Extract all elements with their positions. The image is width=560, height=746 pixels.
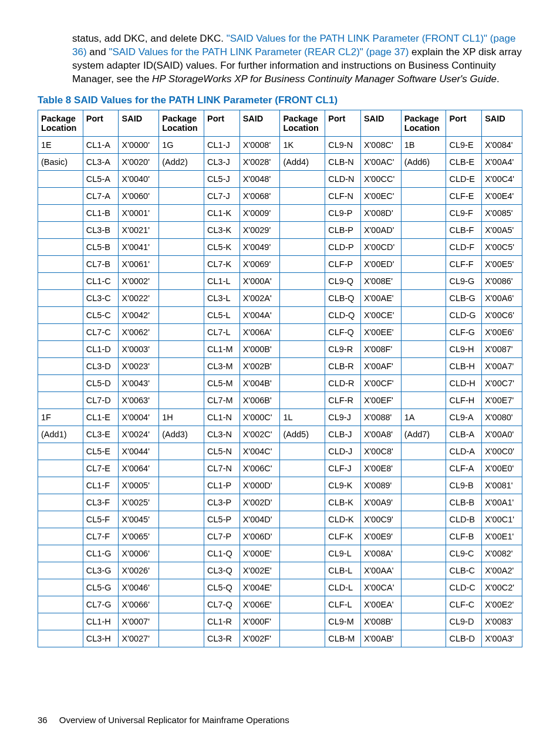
table-row: CL7-EX'0064'CL7-NX'006C'CLF-JX'00E8'CLF-…	[38, 460, 522, 477]
table-cell	[280, 545, 325, 562]
table-row: CL5-BX'0041'CL5-KX'0049'CLD-PX'00CD'CLD-…	[38, 238, 522, 255]
table-cell: CLF-C	[446, 596, 482, 613]
table-cell: CLD-L	[325, 579, 361, 596]
th-11: SAID	[482, 110, 522, 136]
table-cell	[280, 221, 325, 238]
table-cell: X'006A'	[239, 323, 280, 340]
table-cell	[38, 187, 83, 204]
table-cell: CL1-Q	[204, 545, 240, 562]
table-cell	[401, 545, 446, 562]
table-cell	[38, 221, 83, 238]
table-cell: CL3-K	[204, 221, 240, 238]
table-cell	[280, 460, 325, 477]
table-cell: CL7-C	[83, 323, 119, 340]
table-cell	[38, 579, 83, 596]
table-cell: CL5-M	[204, 374, 240, 391]
table-cell: CLD-C	[446, 579, 482, 596]
table-cell: X'00E4'	[482, 187, 522, 204]
table-cell: CL5-K	[204, 238, 240, 255]
table-cell: (Add4)	[280, 153, 325, 170]
table-cell: CL3-N	[204, 426, 240, 443]
table-cell: X'0046'	[119, 579, 159, 596]
intro-link-2[interactable]: "SAID Values for the PATH LINK Parameter…	[109, 46, 409, 58]
table-cell: CL5-A	[83, 170, 119, 187]
table-cell: CL7-G	[83, 596, 119, 613]
table-cell	[401, 221, 446, 238]
table-cell: CL1-F	[83, 477, 119, 494]
table-cell	[38, 323, 83, 340]
table-cell	[38, 443, 83, 460]
table-cell: CLB-L	[325, 562, 361, 579]
table-cell: CLD-R	[325, 374, 361, 391]
table-cell: X'00A9'	[360, 494, 401, 511]
table-cell	[280, 374, 325, 391]
table-cell: CL3-D	[83, 357, 119, 374]
table-cell	[280, 306, 325, 323]
table-cell: X'00C6'	[482, 306, 522, 323]
table-cell: CLD-E	[446, 170, 482, 187]
table-cell: CL3-Q	[204, 562, 240, 579]
table-cell	[280, 596, 325, 613]
table-cell: CL7-M	[204, 391, 240, 409]
table-cell: X'0061'	[119, 255, 159, 272]
th-1: Port	[83, 110, 119, 136]
table-cell: CL3-E	[83, 426, 119, 443]
table-cell: X'0004'	[119, 409, 159, 426]
table-cell: CLB-R	[325, 357, 361, 374]
table-row: CL5-CX'0042'CL5-LX'004A'CLD-QX'00CE'CLD-…	[38, 306, 522, 323]
table-row: CL5-GX'0046'CL5-QX'004E'CLD-LX'00CA'CLD-…	[38, 579, 522, 596]
table-cell: CL3-F	[83, 494, 119, 511]
table-cell	[401, 204, 446, 221]
table-cell	[38, 306, 83, 323]
table-cell: X'00CE'	[360, 306, 401, 323]
table-cell	[280, 357, 325, 374]
table-cell: X'00C8'	[360, 443, 401, 460]
table-cell: CL7-B	[83, 255, 119, 272]
table-cell: CL7-E	[83, 460, 119, 477]
table-cell: X'002F'	[239, 630, 280, 647]
table-row: CL3-DX'0023'CL3-MX'002B'CLB-RX'00AF'CLB-…	[38, 357, 522, 374]
table-cell	[401, 323, 446, 340]
table-cell: X'008A'	[360, 545, 401, 562]
table-cell: X'0021'	[119, 221, 159, 238]
table-cell: CL1-P	[204, 477, 240, 494]
table-cell: X'002C'	[239, 426, 280, 443]
table-cell: CLB-D	[446, 630, 482, 647]
table-cell: X'0028'	[239, 153, 280, 170]
table-cell: X'002E'	[239, 562, 280, 579]
table-cell	[280, 272, 325, 289]
table-cell	[401, 494, 446, 511]
table-cell: X'00AE'	[360, 289, 401, 306]
table-cell: X'0023'	[119, 357, 159, 374]
table-cell: X'0063'	[119, 391, 159, 409]
table-cell	[38, 528, 83, 545]
table-cell: X'0084'	[482, 136, 522, 153]
table-cell: CL9-B	[446, 477, 482, 494]
table-row: (Basic)CL3-AX'0020'(Add2)CL3-JX'0028'(Ad…	[38, 153, 522, 170]
table-cell	[401, 443, 446, 460]
table-row: CL5-FX'0045'CL5-PX'004D'CLD-KX'00C9'CLD-…	[38, 511, 522, 528]
table-cell: 1K	[280, 136, 325, 153]
table-cell: CL1-H	[83, 613, 119, 630]
table-cell: CLF-R	[325, 391, 361, 409]
table-cell: X'0044'	[119, 443, 159, 460]
table-cell: X'0027'	[119, 630, 159, 647]
table-cell: X'00C4'	[482, 170, 522, 187]
table-cell: CL1-L	[204, 272, 240, 289]
table-cell: X'0041'	[119, 238, 159, 255]
table-cell: CLD-K	[325, 511, 361, 528]
table-cell: CL7-K	[204, 255, 240, 272]
table-cell: CL5-B	[83, 238, 119, 255]
table-cell: CL1-N	[204, 409, 240, 426]
table-cell: X'008B'	[360, 613, 401, 630]
table-cell: X'0001'	[119, 204, 159, 221]
th-4: Port	[204, 110, 240, 136]
table-cell	[280, 613, 325, 630]
table-cell: X'00C0'	[482, 443, 522, 460]
table-row: CL3-BX'0021'CL3-KX'0029'CLB-PX'00AD'CLB-…	[38, 221, 522, 238]
table-cell: X'0060'	[119, 187, 159, 204]
table-row: CL5-DX'0043'CL5-MX'004B'CLD-RX'00CF'CLD-…	[38, 374, 522, 391]
table-cell: CLB-K	[325, 494, 361, 511]
intro-italic: HP StorageWorks XP for Business Continui…	[152, 73, 497, 85]
page-footer: 36 Overview of Universal Replicator for …	[38, 715, 289, 725]
